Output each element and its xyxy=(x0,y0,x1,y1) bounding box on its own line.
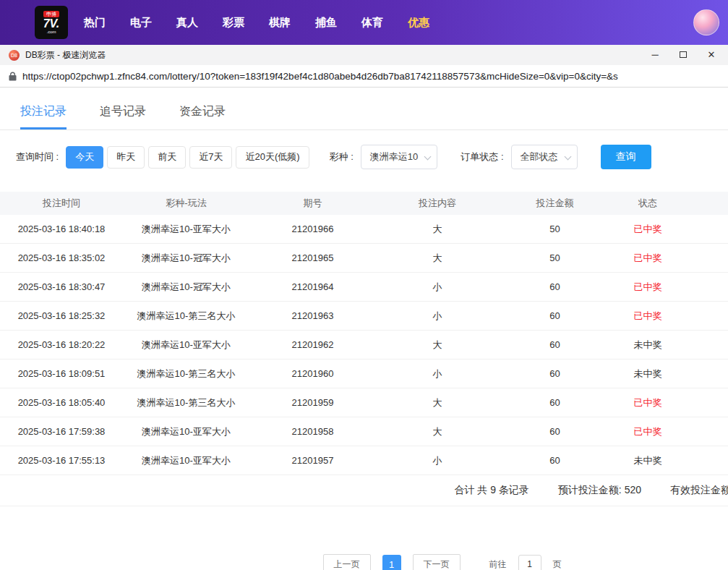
prev-page-button[interactable]: 上一页 xyxy=(323,554,371,570)
table-summary: 合计 共 9 条记录 预计投注金额: 520 有效投注金额 xyxy=(0,475,728,506)
nav-item-lottery[interactable]: 彩票 xyxy=(223,16,244,30)
time-filter-group: 今天 昨天 前天 近7天 近20天(低频) xyxy=(66,146,309,169)
cell-time: 2025-03-16 18:09:51 xyxy=(0,360,123,388)
url-text[interactable]: https://ctop02pchwp1.zfnc84.com/lottery/… xyxy=(22,71,618,82)
goto-page-input[interactable] xyxy=(518,555,541,570)
nav-item-fishing[interactable]: 捕鱼 xyxy=(315,16,337,30)
table-row: 2025-03-16 18:35:02 澳洲幸运10-冠军大小 21201965… xyxy=(0,244,728,273)
site-nav-items: 热门 电子 真人 彩票 棋牌 捕鱼 体育 优惠 xyxy=(84,16,429,30)
col-header-status: 状态 xyxy=(611,192,685,215)
cell-time: 2025-03-16 17:59:38 xyxy=(0,417,123,446)
col-header-content: 投注内容 xyxy=(376,192,499,215)
order-status-filter-label: 订单状态 : xyxy=(461,150,503,163)
col-header-issue: 期号 xyxy=(249,192,376,215)
cell-issue: 21201964 xyxy=(249,273,376,301)
chevron-down-icon xyxy=(564,153,571,161)
order-status-select-value: 全部状态 xyxy=(521,150,558,163)
cell-amount: 50 xyxy=(499,215,611,243)
user-avatar[interactable] xyxy=(693,9,719,35)
nav-item-slots[interactable]: 电子 xyxy=(130,16,152,30)
cell-content: 小 xyxy=(376,273,499,301)
cell-time: 2025-03-16 17:55:13 xyxy=(0,446,123,475)
cell-status: 已中奖 xyxy=(611,215,685,243)
close-button[interactable]: ✕ xyxy=(706,50,716,60)
maximize-icon xyxy=(680,51,687,58)
nav-item-sports[interactable]: 体育 xyxy=(361,16,383,30)
col-header-time: 投注时间 xyxy=(0,192,123,215)
current-page-button[interactable]: 1 xyxy=(382,555,401,570)
time-filter-yesterday[interactable]: 昨天 xyxy=(107,146,145,169)
logo-subtext: .com xyxy=(46,30,56,35)
filter-bar: 查询时间 : 今天 昨天 前天 近7天 近20天(低频) 彩种 : 澳洲幸运10… xyxy=(0,145,728,169)
search-button[interactable]: 查询 xyxy=(601,145,651,169)
cell-issue: 21201965 xyxy=(249,244,376,272)
browser-addressbar[interactable]: https://ctop02pchwp1.zfnc84.com/lottery/… xyxy=(0,65,728,88)
time-filter-20days[interactable]: 近20天(低频) xyxy=(236,146,309,169)
tab-chase-records[interactable]: 追号记录 xyxy=(100,97,146,129)
cell-amount: 60 xyxy=(499,446,611,475)
summary-valid-amount: 有效投注金额 xyxy=(670,484,728,497)
browser-favicon-icon: D8 xyxy=(9,50,20,61)
cell-time: 2025-03-16 18:40:18 xyxy=(0,215,123,243)
cell-issue: 21201966 xyxy=(249,215,376,243)
site-logo[interactable]: 申博 7V. .com xyxy=(35,6,68,39)
cell-issue: 21201960 xyxy=(249,360,376,388)
nav-item-hot[interactable]: 热门 xyxy=(84,16,106,30)
nav-item-promo[interactable]: 优惠 xyxy=(408,16,429,30)
pagination: 上一页 1 下一页 前往 页 xyxy=(78,554,728,570)
cell-issue: 21201963 xyxy=(249,302,376,330)
nav-item-cards[interactable]: 棋牌 xyxy=(269,16,291,30)
cell-status: 已中奖 xyxy=(611,417,685,446)
cell-issue: 21201959 xyxy=(249,388,376,417)
cell-amount: 60 xyxy=(499,331,611,359)
col-header-amount: 投注金额 xyxy=(499,192,611,215)
cell-amount: 60 xyxy=(499,360,611,388)
goto-page-label: 前往 xyxy=(489,558,507,570)
logo-badge: 申博 xyxy=(43,11,59,17)
cell-game: 澳洲幸运10-冠军大小 xyxy=(123,273,249,301)
table-row: 2025-03-16 17:55:13 澳洲幸运10-亚军大小 21201957… xyxy=(0,446,728,475)
next-page-button[interactable]: 下一页 xyxy=(413,554,461,570)
lottery-select[interactable]: 澳洲幸运10 xyxy=(361,145,437,169)
cell-time: 2025-03-16 18:35:02 xyxy=(0,244,123,272)
cell-game: 澳洲幸运10-亚军大小 xyxy=(123,331,249,359)
cell-time: 2025-03-16 18:20:22 xyxy=(0,331,123,359)
cell-status: 未中奖 xyxy=(611,360,685,388)
table-row: 2025-03-16 18:30:47 澳洲幸运10-冠军大小 21201964… xyxy=(0,273,728,302)
record-tabs: 投注记录 追号记录 资金记录 xyxy=(0,97,728,130)
cell-content: 小 xyxy=(376,302,499,330)
cell-issue: 21201957 xyxy=(249,446,376,475)
time-filter-label: 查询时间 : xyxy=(16,150,59,163)
screen: 申博 7V. .com 热门 电子 真人 彩票 棋牌 捕鱼 体育 优惠 D8 D… xyxy=(0,0,728,570)
minimize-button[interactable]: ─ xyxy=(650,50,660,60)
maximize-button[interactable] xyxy=(678,50,688,60)
cell-game: 澳洲幸运10-第三名大小 xyxy=(123,388,249,417)
cell-amount: 60 xyxy=(499,417,611,446)
cell-amount: 60 xyxy=(499,388,611,417)
table-row: 2025-03-16 18:40:18 澳洲幸运10-亚军大小 21201966… xyxy=(0,215,728,244)
window-title: DB彩票 - 极速浏览器 xyxy=(25,49,106,61)
cell-amount: 60 xyxy=(499,273,611,301)
chevron-down-icon xyxy=(424,153,432,161)
cell-status: 已中奖 xyxy=(611,388,685,417)
cell-status: 未中奖 xyxy=(611,331,685,359)
summary-total-records: 合计 共 9 条记录 xyxy=(454,484,528,497)
cell-content: 大 xyxy=(376,331,499,359)
order-status-select[interactable]: 全部状态 xyxy=(511,145,578,169)
cell-status: 未中奖 xyxy=(611,446,685,475)
site-navbar: 申博 7V. .com 热门 电子 真人 彩票 棋牌 捕鱼 体育 优惠 xyxy=(0,0,728,45)
time-filter-day-before[interactable]: 前天 xyxy=(148,146,186,169)
nav-item-live[interactable]: 真人 xyxy=(176,16,198,30)
table-row: 2025-03-16 18:20:22 澳洲幸运10-亚军大小 21201962… xyxy=(0,331,728,360)
lock-icon xyxy=(9,72,17,81)
cell-game: 澳洲幸运10-第三名大小 xyxy=(123,302,249,330)
cell-amount: 50 xyxy=(499,244,611,272)
table-header: 投注时间 彩种-玩法 期号 投注内容 投注金额 状态 xyxy=(0,192,728,215)
cell-status: 已中奖 xyxy=(611,244,685,272)
summary-expected-amount: 预计投注金额: 520 xyxy=(558,484,641,497)
tab-bet-records[interactable]: 投注记录 xyxy=(20,97,67,129)
time-filter-today[interactable]: 今天 xyxy=(66,146,103,169)
tab-fund-records[interactable]: 资金记录 xyxy=(179,97,226,129)
table-row: 2025-03-16 17:59:38 澳洲幸运10-亚军大小 21201958… xyxy=(0,417,728,446)
time-filter-7days[interactable]: 近7天 xyxy=(189,146,232,169)
